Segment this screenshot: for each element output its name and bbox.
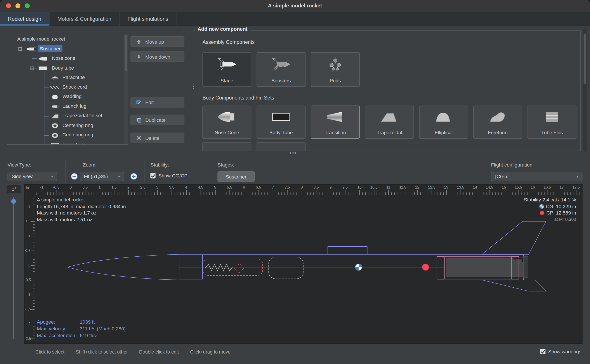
window-title: A simple model rocket — [0, 0, 590, 12]
tree-scrollbar[interactable] — [124, 34, 127, 144]
tree-item-body-tube[interactable]: Body tube — [50, 64, 76, 71]
panel-scrollbar[interactable] — [583, 28, 586, 151]
arrow-down-icon — [136, 54, 142, 60]
view-type-label: View Type: — [7, 162, 31, 168]
show-warnings-checkbox[interactable]: Show warnings — [540, 349, 582, 354]
view-type-select[interactable]: Side view ▼ — [7, 172, 57, 181]
checkbox-icon — [150, 173, 156, 178]
component-button-transition[interactable]: Transition — [311, 106, 360, 139]
component-button-partial[interactable] — [256, 143, 306, 151]
tree-item-launch-lug[interactable]: Launch lug — [60, 102, 88, 110]
upper-fin — [482, 221, 546, 254]
status-hints: Click to selectShift+click to select oth… — [35, 349, 231, 355]
component-button-nose-cone[interactable]: Nose Cone — [202, 106, 251, 139]
elliptical-icon — [432, 106, 455, 128]
chevron-down-icon: ▼ — [50, 175, 54, 178]
rocket-view[interactable]: -1-0,500,511,522,533,544,555,566,577,588… — [24, 184, 582, 344]
zoom-select[interactable]: Fit (51,3%) ▼ — [80, 172, 124, 181]
component-button-trapezoidal[interactable]: Trapezoidal — [365, 106, 414, 139]
tree-item-inner-tube[interactable]: Inner Tube — [60, 141, 88, 145]
component-button-boosters[interactable]: Boosters — [256, 52, 306, 87]
toolbar-separator — [144, 160, 144, 183]
tree-item-nose-cone[interactable]: Nose cone — [50, 55, 77, 62]
tree-expander-icon[interactable] — [30, 66, 34, 70]
centering-icon — [49, 123, 61, 129]
tree-item-shock-cord[interactable]: Shock cord — [60, 83, 89, 90]
tree-item-centering-ring[interactable]: Centering ring — [60, 131, 95, 138]
zoom-value: Fit (51,3%) — [84, 174, 108, 179]
zoom-label: Zoom: — [83, 162, 97, 168]
stage-toggle-sustainer[interactable]: Sustainer — [217, 171, 255, 182]
rocket-info: A simple model rocket Length 16,748 in, … — [37, 197, 126, 223]
show-cgcp-checkbox[interactable]: Show CG/CP — [150, 173, 188, 178]
parachute-icon — [49, 75, 61, 81]
show-warnings-label: Show warnings — [548, 349, 582, 354]
zoom-window-button[interactable] — [25, 3, 30, 8]
tab-flight-simulations[interactable]: Flight simulations — [120, 12, 176, 26]
delete-icon — [136, 135, 142, 141]
flight-configuration-select[interactable]: [C6-5] ▼ — [491, 172, 582, 181]
zoom-out-button[interactable] — [71, 173, 78, 180]
close-window-button[interactable] — [6, 3, 11, 8]
section-heading: Assembly Components — [202, 39, 255, 45]
pods-icon — [324, 52, 347, 76]
transition-icon — [324, 106, 347, 128]
rocket-icon — [25, 46, 36, 52]
toolbar-separator — [211, 160, 211, 183]
tree-item-centering-ring[interactable]: Centering ring — [60, 122, 95, 129]
motor — [446, 258, 523, 277]
hint-text: Click+drag to move — [190, 349, 231, 355]
freeform-icon — [486, 106, 510, 128]
minimize-window-button[interactable] — [15, 3, 20, 8]
flight-configuration-value: [C6-5] — [495, 174, 509, 179]
show-cgcp-label: Show CG/CP — [158, 173, 188, 178]
horizontal-splitter-handle[interactable]: ••• — [290, 150, 297, 156]
component-button-stage[interactable]: Stage — [202, 52, 251, 87]
rotation-slider-thumb[interactable] — [11, 199, 16, 204]
parachute-glyph — [234, 264, 244, 273]
cg-text: CG: 10,229 in — [546, 203, 576, 210]
button-edit[interactable]: Edit — [130, 97, 184, 107]
centering-ring-fore — [437, 257, 444, 279]
component-button-pods[interactable]: Pods — [311, 52, 360, 87]
button-move-down[interactable]: Move down — [130, 52, 184, 62]
component-button-tube-fins[interactable]: Tube Fins — [528, 106, 577, 139]
stage-icon — [215, 52, 239, 76]
wadding-outline — [268, 257, 303, 279]
tree-expander-icon[interactable] — [18, 47, 22, 50]
button-delete[interactable]: Delete — [130, 133, 184, 143]
cg-icon — [539, 204, 544, 209]
tab-rocket-design[interactable]: Rocket design — [0, 12, 50, 26]
add-component-title: Add new component — [195, 26, 250, 32]
boosters-icon — [269, 52, 293, 76]
stages-label: Stages: — [217, 162, 234, 168]
rotation-angle-display: 0° — [7, 184, 21, 194]
bodytube-lg-icon — [269, 106, 293, 128]
apogee-row: Apogee:1039 ft — [37, 319, 95, 325]
zoom-in-button[interactable] — [130, 173, 137, 180]
hint-text: Double-click to edit — [139, 349, 179, 355]
button-move-up[interactable]: Move up — [130, 36, 184, 47]
ruler-unit: in — [26, 186, 29, 190]
minus-icon — [71, 173, 78, 180]
component-button-body-tube[interactable]: Body Tube — [256, 106, 306, 139]
motor-aft — [523, 257, 528, 278]
tree-item-parachute[interactable]: Parachute — [60, 73, 87, 81]
rotation-slider-track — [13, 197, 14, 339]
component-button-elliptical[interactable]: Elliptical — [419, 106, 468, 139]
cp-row: CP: 12,589 in — [524, 210, 576, 216]
launchlug-icon — [49, 104, 61, 110]
button-duplicate[interactable]: Duplicate — [130, 115, 184, 125]
tree-item-sustainer[interactable]: Sustainer — [38, 45, 62, 52]
tab-motors-configuration[interactable]: Motors & Configuration — [50, 12, 120, 26]
component-button-freeform[interactable]: Freeform — [473, 106, 522, 139]
tree-item-a-simple-model-rocket[interactable]: A simple model rocket — [15, 35, 67, 43]
component-tree-panel: A simple model rocketSustainerNose coneB… — [7, 34, 128, 145]
component-button-partial[interactable] — [202, 143, 251, 151]
hint-text: Shift+click to select other — [76, 349, 128, 355]
checkbox-icon — [540, 349, 546, 354]
tree-item-trapezoidal-fin-set[interactable]: Trapezoidal fin set — [60, 112, 104, 119]
edit-icon — [136, 99, 142, 105]
toolbar-separator — [65, 160, 66, 183]
tree-item-wadding[interactable]: Wadding — [60, 93, 83, 100]
